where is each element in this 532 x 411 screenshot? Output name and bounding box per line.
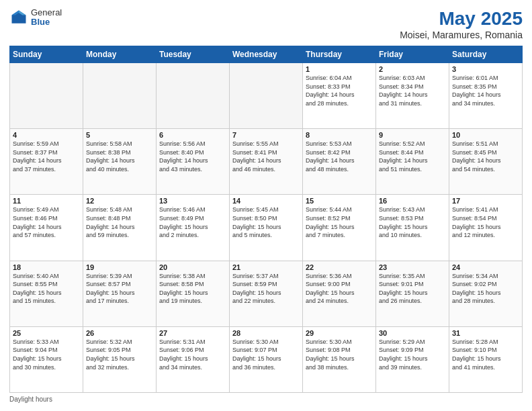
title-section: May 2025 Moisei, Maramures, Romania	[400, 8, 523, 40]
day-info: Sunrise: 5:58 AMSunset: 8:38 PMDaylight:…	[86, 140, 153, 173]
calendar-header: Sunday Monday Tuesday Wednesday Thursday…	[10, 46, 523, 63]
calendar-cell: 4Sunrise: 5:59 AMSunset: 8:37 PMDaylight…	[10, 129, 83, 195]
day-number: 5	[86, 131, 153, 139]
calendar-cell: 27Sunrise: 5:31 AMSunset: 9:06 PMDayligh…	[157, 326, 230, 392]
day-info: Sunrise: 5:34 AMSunset: 9:02 PMDaylight:…	[452, 272, 519, 306]
calendar-cell: 30Sunrise: 5:29 AMSunset: 9:09 PMDayligh…	[376, 326, 449, 392]
calendar-cell	[230, 63, 303, 129]
day-info: Sunrise: 5:59 AMSunset: 8:37 PMDaylight:…	[13, 140, 80, 173]
day-number: 1	[306, 65, 373, 73]
footer-note: Daylight hours	[9, 396, 523, 403]
header-row: Sunday Monday Tuesday Wednesday Thursday…	[10, 46, 523, 63]
calendar-cell: 1Sunrise: 6:04 AMSunset: 8:33 PMDaylight…	[303, 63, 376, 129]
calendar-cell: 24Sunrise: 5:34 AMSunset: 9:02 PMDayligh…	[449, 261, 523, 326]
calendar-week-2: 4Sunrise: 5:59 AMSunset: 8:37 PMDaylight…	[10, 129, 523, 195]
calendar-cell	[10, 63, 83, 129]
calendar-week-5: 25Sunrise: 5:33 AMSunset: 9:04 PMDayligh…	[10, 326, 523, 392]
day-info: Sunrise: 5:49 AMSunset: 8:46 PMDaylight:…	[13, 205, 80, 239]
day-info: Sunrise: 5:45 AMSunset: 8:50 PMDaylight:…	[232, 205, 300, 239]
calendar-cell: 15Sunrise: 5:44 AMSunset: 8:52 PMDayligh…	[303, 195, 376, 261]
day-number: 24	[452, 263, 519, 271]
day-number: 22	[306, 263, 373, 271]
col-monday: Monday	[83, 46, 157, 63]
calendar-cell: 20Sunrise: 5:38 AMSunset: 8:58 PMDayligh…	[157, 261, 230, 326]
day-number: 14	[232, 197, 300, 205]
calendar-body: 1Sunrise: 6:04 AMSunset: 8:33 PMDaylight…	[10, 63, 523, 393]
calendar-cell: 23Sunrise: 5:35 AMSunset: 9:01 PMDayligh…	[376, 261, 449, 326]
day-number: 21	[232, 263, 300, 271]
day-info: Sunrise: 5:46 AMSunset: 8:49 PMDaylight:…	[159, 205, 226, 239]
day-info: Sunrise: 5:51 AMSunset: 8:45 PMDaylight:…	[452, 140, 519, 173]
calendar-cell: 16Sunrise: 5:43 AMSunset: 8:53 PMDayligh…	[376, 195, 449, 261]
day-number: 16	[379, 197, 446, 205]
calendar-table: Sunday Monday Tuesday Wednesday Thursday…	[9, 46, 523, 393]
day-number: 6	[159, 131, 226, 139]
day-number: 10	[452, 131, 519, 139]
day-number: 26	[86, 329, 153, 337]
day-info: Sunrise: 5:48 AMSunset: 8:48 PMDaylight:…	[86, 205, 153, 239]
calendar-cell: 25Sunrise: 5:33 AMSunset: 9:04 PMDayligh…	[10, 326, 83, 392]
calendar-week-4: 18Sunrise: 5:40 AMSunset: 8:55 PMDayligh…	[10, 261, 523, 326]
day-number: 23	[379, 263, 446, 271]
calendar-cell: 13Sunrise: 5:46 AMSunset: 8:49 PMDayligh…	[157, 195, 230, 261]
calendar-cell: 9Sunrise: 5:52 AMSunset: 8:44 PMDaylight…	[376, 129, 449, 195]
page: General Blue May 2025 Moisei, Maramures,…	[0, 0, 532, 411]
day-number: 18	[13, 263, 80, 271]
main-title: May 2025	[400, 8, 523, 30]
day-info: Sunrise: 6:04 AMSunset: 8:33 PMDaylight:…	[306, 74, 373, 107]
day-number: 12	[86, 197, 153, 205]
day-info: Sunrise: 5:38 AMSunset: 8:58 PMDaylight:…	[159, 272, 226, 306]
day-number: 20	[159, 263, 226, 271]
day-info: Sunrise: 5:44 AMSunset: 8:52 PMDaylight:…	[306, 205, 373, 239]
calendar-cell	[83, 63, 157, 129]
calendar-cell: 12Sunrise: 5:48 AMSunset: 8:48 PMDayligh…	[83, 195, 157, 261]
calendar-cell: 3Sunrise: 6:01 AMSunset: 8:35 PMDaylight…	[449, 63, 523, 129]
calendar-cell: 19Sunrise: 5:39 AMSunset: 8:57 PMDayligh…	[83, 261, 157, 326]
calendar-cell: 31Sunrise: 5:28 AMSunset: 9:10 PMDayligh…	[449, 326, 523, 392]
day-info: Sunrise: 5:40 AMSunset: 8:55 PMDaylight:…	[13, 272, 80, 306]
calendar-cell: 14Sunrise: 5:45 AMSunset: 8:50 PMDayligh…	[230, 195, 303, 261]
calendar-cell: 17Sunrise: 5:41 AMSunset: 8:54 PMDayligh…	[449, 195, 523, 261]
day-number: 8	[306, 131, 373, 139]
calendar-cell: 18Sunrise: 5:40 AMSunset: 8:55 PMDayligh…	[10, 261, 83, 326]
day-number: 19	[86, 263, 153, 271]
day-info: Sunrise: 5:41 AMSunset: 8:54 PMDaylight:…	[452, 205, 519, 239]
day-info: Sunrise: 5:28 AMSunset: 9:10 PMDaylight:…	[452, 338, 519, 371]
day-number: 3	[452, 65, 519, 73]
calendar-cell: 8Sunrise: 5:53 AMSunset: 8:42 PMDaylight…	[303, 129, 376, 195]
calendar-cell: 22Sunrise: 5:36 AMSunset: 9:00 PMDayligh…	[303, 261, 376, 326]
calendar-cell: 5Sunrise: 5:58 AMSunset: 8:38 PMDaylight…	[83, 129, 157, 195]
calendar-cell: 21Sunrise: 5:37 AMSunset: 8:59 PMDayligh…	[230, 261, 303, 326]
day-info: Sunrise: 5:32 AMSunset: 9:05 PMDaylight:…	[86, 338, 153, 371]
day-info: Sunrise: 5:43 AMSunset: 8:53 PMDaylight:…	[379, 205, 446, 239]
calendar-week-1: 1Sunrise: 6:04 AMSunset: 8:33 PMDaylight…	[10, 63, 523, 129]
day-info: Sunrise: 5:56 AMSunset: 8:40 PMDaylight:…	[159, 140, 226, 173]
col-sunday: Sunday	[10, 46, 83, 63]
day-number: 28	[232, 329, 300, 337]
day-number: 25	[13, 329, 80, 337]
day-info: Sunrise: 5:30 AMSunset: 9:07 PMDaylight:…	[232, 338, 300, 371]
col-saturday: Saturday	[449, 46, 523, 63]
calendar-cell: 29Sunrise: 5:30 AMSunset: 9:08 PMDayligh…	[303, 326, 376, 392]
day-number: 30	[379, 329, 446, 337]
day-info: Sunrise: 5:33 AMSunset: 9:04 PMDaylight:…	[13, 338, 80, 371]
calendar-cell: 26Sunrise: 5:32 AMSunset: 9:05 PMDayligh…	[83, 326, 157, 392]
header: General Blue May 2025 Moisei, Maramures,…	[9, 8, 523, 40]
day-number: 11	[13, 197, 80, 205]
day-info: Sunrise: 5:31 AMSunset: 9:06 PMDaylight:…	[159, 338, 226, 371]
calendar-cell: 10Sunrise: 5:51 AMSunset: 8:45 PMDayligh…	[449, 129, 523, 195]
day-info: Sunrise: 5:39 AMSunset: 8:57 PMDaylight:…	[86, 272, 153, 306]
subtitle: Moisei, Maramures, Romania	[400, 30, 523, 40]
day-number: 2	[379, 65, 446, 73]
logo-blue-label: Blue	[31, 17, 62, 27]
day-info: Sunrise: 6:01 AMSunset: 8:35 PMDaylight:…	[452, 74, 519, 107]
calendar-cell: 7Sunrise: 5:55 AMSunset: 8:41 PMDaylight…	[230, 129, 303, 195]
logo: General Blue	[9, 8, 62, 28]
day-number: 4	[13, 131, 80, 139]
col-tuesday: Tuesday	[157, 46, 230, 63]
logo-text: General Blue	[31, 8, 62, 28]
day-number: 7	[232, 131, 300, 139]
day-info: Sunrise: 6:03 AMSunset: 8:34 PMDaylight:…	[379, 74, 446, 107]
col-friday: Friday	[376, 46, 449, 63]
calendar-cell: 6Sunrise: 5:56 AMSunset: 8:40 PMDaylight…	[157, 129, 230, 195]
